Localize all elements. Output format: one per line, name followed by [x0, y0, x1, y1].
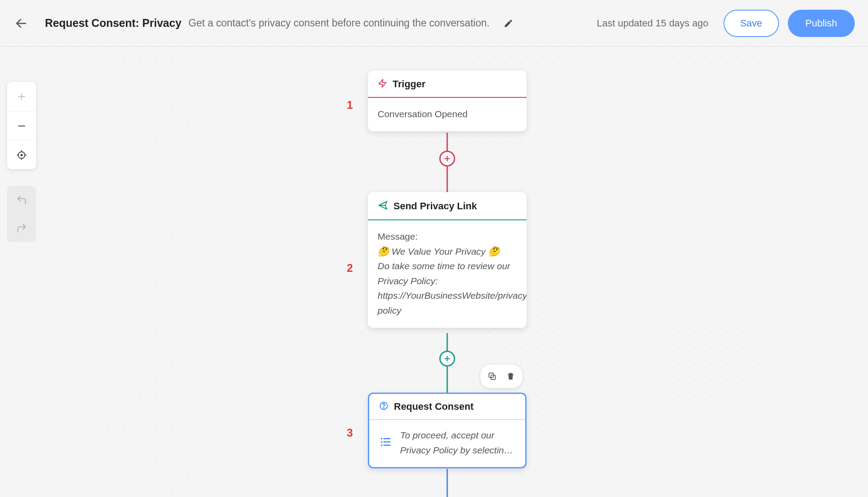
send-icon: [378, 200, 388, 212]
svg-point-19: [383, 408, 384, 408]
publish-button[interactable]: Publish: [788, 10, 855, 37]
node-consent-message: To proceed, accept our Privacy Policy by…: [400, 428, 516, 457]
workflow-title: Request Consent: Privacy: [45, 17, 182, 30]
svg-point-5: [21, 154, 22, 156]
add-step-2[interactable]: [439, 351, 455, 367]
undo-button[interactable]: [7, 186, 36, 214]
svg-point-25: [382, 445, 382, 445]
header: Request Consent: Privacy Get a contact's…: [0, 0, 868, 47]
node-request-consent[interactable]: Request Consent To proceed, accept our P…: [368, 393, 527, 468]
workflow-subtitle: Get a contact's privacy consent before c…: [189, 17, 490, 29]
list-icon: [379, 435, 392, 450]
message-line-1: 🤔 We Value Your Privacy 🤔: [378, 244, 517, 259]
delete-node-button[interactable]: [501, 367, 520, 386]
node-send-title: Send Privacy Link: [393, 200, 477, 212]
save-button[interactable]: Save: [723, 10, 779, 37]
svg-point-23: [382, 438, 382, 438]
node-trigger-body: Conversation Opened: [368, 98, 527, 131]
workflow-canvas[interactable]: 1 2 3 Trigger Conversation Opened: [0, 47, 868, 497]
center-button[interactable]: [7, 140, 36, 169]
node-consent-title: Request Consent: [394, 401, 474, 412]
question-icon: [379, 401, 389, 412]
step-number-3: 3: [347, 427, 353, 439]
add-step-1[interactable]: [439, 151, 455, 167]
zoom-controls: [7, 82, 36, 169]
message-line-2: Do take some time to review our Privacy …: [378, 259, 517, 288]
message-line-3: https://YourBusinessWebsite/privacy-poli…: [378, 288, 517, 318]
message-label: Message:: [378, 229, 517, 244]
node-consent-body: To proceed, accept our Privacy Policy by…: [369, 420, 525, 467]
copy-node-button[interactable]: [483, 367, 501, 386]
step-number-2: 2: [347, 262, 353, 274]
node-send-privacy-link[interactable]: Send Privacy Link Message: 🤔 We Value Yo…: [368, 192, 527, 328]
last-updated-text: Last updated 15 days ago: [597, 18, 708, 29]
node-trigger-title: Trigger: [393, 78, 426, 90]
svg-point-24: [382, 441, 382, 442]
node-trigger[interactable]: Trigger Conversation Opened: [368, 70, 527, 131]
back-button[interactable]: [13, 15, 29, 31]
zoom-out-button[interactable]: [7, 111, 36, 140]
edit-title-button[interactable]: [502, 17, 515, 30]
redo-button[interactable]: [7, 214, 36, 242]
step-number-1: 1: [347, 99, 353, 111]
svg-marker-10: [379, 79, 386, 87]
bolt-icon: [378, 78, 387, 90]
node-send-body: Message: 🤔 We Value Your Privacy 🤔 Do ta…: [368, 220, 527, 328]
connector-3: [447, 469, 448, 497]
history-controls: [7, 186, 36, 242]
zoom-in-button[interactable]: [7, 82, 36, 111]
node-context-toolbar: [480, 364, 523, 389]
